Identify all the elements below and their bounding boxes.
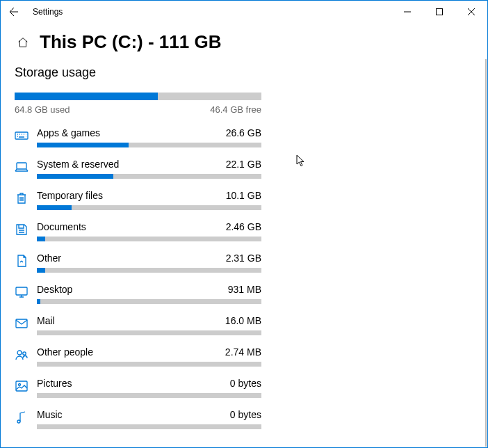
category-label: Mail — [37, 315, 55, 326]
category-label: Other people — [37, 346, 93, 358]
category-item[interactable]: Other people2.74 MB — [15, 346, 261, 367]
category-label: Other — [37, 253, 61, 264]
category-size: 22.1 GB — [226, 159, 261, 170]
maximize-button[interactable] — [423, 1, 455, 23]
category-item[interactable]: Temporary files10.1 GB — [15, 190, 261, 210]
keyboard-icon — [15, 129, 29, 143]
category-bar — [37, 393, 261, 398]
category-fill — [37, 268, 45, 273]
category-bar — [37, 143, 261, 147]
page-icon — [15, 254, 29, 268]
category-size: 10.1 GB — [226, 190, 261, 201]
category-size: 2.46 GB — [226, 221, 261, 232]
category-item[interactable]: Desktop931 MB — [15, 284, 261, 304]
category-item[interactable]: Apps & games26.6 GB — [15, 127, 261, 147]
cursor-icon — [296, 154, 306, 167]
category-item[interactable]: Music0 bytes — [15, 409, 261, 429]
category-size: 16.0 MB — [225, 315, 261, 326]
laptop-icon — [15, 160, 29, 174]
category-bar — [37, 174, 261, 179]
category-fill — [37, 174, 113, 179]
category-item[interactable]: System & reserved22.1 GB — [15, 159, 261, 179]
trash-icon — [15, 191, 29, 205]
overall-usage-bar — [15, 93, 261, 100]
category-item[interactable]: Documents2.46 GB — [15, 221, 261, 241]
category-item[interactable]: Mail16.0 MB — [15, 315, 261, 335]
category-item[interactable]: Other2.31 GB — [15, 253, 261, 273]
category-label: Documents — [37, 221, 86, 232]
category-label: Music — [37, 409, 63, 420]
monitor-icon — [15, 285, 29, 299]
home-icon[interactable] — [16, 35, 30, 49]
svg-rect-0 — [437, 9, 443, 15]
category-bar — [37, 330, 261, 335]
category-bar — [37, 299, 261, 304]
page-title: This PC (C:) - 111 GB — [40, 31, 221, 53]
scrollbar[interactable] — [485, 59, 487, 447]
back-button[interactable] — [3, 1, 24, 23]
svg-rect-1 — [15, 132, 28, 139]
minimize-button[interactable] — [391, 1, 423, 23]
category-fill — [37, 299, 40, 304]
category-bar — [37, 268, 261, 273]
category-bar — [37, 205, 261, 210]
svg-point-5 — [17, 351, 22, 355]
category-size: 26.6 GB — [226, 127, 261, 138]
people-icon — [15, 348, 29, 362]
picture-icon — [15, 379, 29, 393]
mail-icon — [15, 317, 29, 330]
category-size: 931 MB — [228, 284, 261, 295]
category-label: Pictures — [37, 378, 72, 389]
section-title: Storage usage — [15, 65, 261, 80]
svg-rect-4 — [16, 319, 27, 328]
svg-point-9 — [17, 420, 20, 423]
category-size: 2.74 MB — [225, 346, 261, 358]
category-label: System & reserved — [37, 159, 119, 170]
overall-used-label: 64.8 GB used — [15, 104, 70, 115]
category-size: 0 bytes — [230, 378, 261, 389]
category-label: Temporary files — [37, 190, 103, 201]
category-label: Desktop — [37, 284, 72, 295]
category-bar — [37, 424, 261, 429]
category-fill — [37, 205, 72, 210]
window-title: Settings — [33, 7, 63, 17]
svg-point-8 — [19, 384, 21, 386]
category-fill — [37, 237, 45, 241]
category-item[interactable]: Pictures0 bytes — [15, 378, 261, 398]
svg-rect-3 — [16, 287, 27, 295]
overall-usage-fill — [15, 93, 158, 100]
category-bar — [37, 362, 261, 367]
music-icon — [15, 410, 29, 424]
close-button[interactable] — [455, 1, 487, 23]
svg-rect-2 — [17, 163, 26, 169]
category-fill — [37, 143, 129, 147]
save-icon — [15, 223, 29, 237]
category-size: 0 bytes — [230, 409, 261, 420]
category-size: 2.31 GB — [226, 253, 261, 264]
svg-point-6 — [23, 352, 26, 355]
category-label: Apps & games — [37, 127, 100, 138]
category-bar — [37, 237, 261, 241]
overall-free-label: 46.4 GB free — [210, 104, 261, 115]
